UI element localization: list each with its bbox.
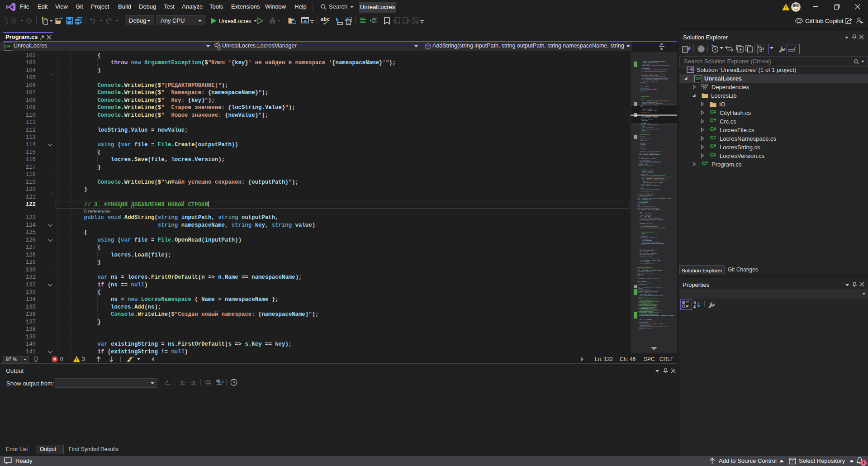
- svg-text:Z: Z: [693, 304, 696, 308]
